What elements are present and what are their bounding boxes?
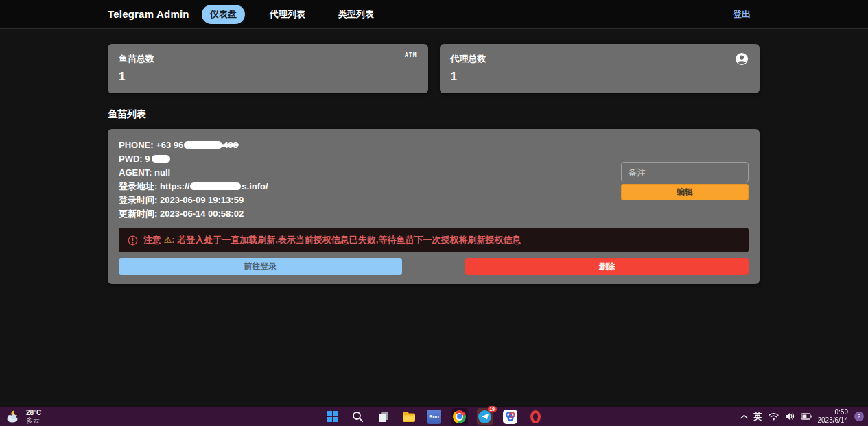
record-actions: 前往登录 删除 bbox=[119, 258, 749, 275]
error-circle-icon bbox=[128, 235, 138, 246]
taskbar-date: 2023/6/14 bbox=[818, 416, 849, 425]
wifi-icon[interactable] bbox=[769, 412, 779, 421]
letsvpn-icon bbox=[503, 410, 517, 424]
task-view-button[interactable] bbox=[375, 408, 392, 425]
tab-dashboard[interactable]: 仪表盘 bbox=[202, 5, 245, 24]
search-button[interactable] bbox=[350, 408, 366, 425]
notification-count-badge[interactable]: 2 bbox=[854, 412, 864, 421]
alert-text: 注意 ⚠: 若登入处于一直加载刷新,表示当前授权信息已失败,等待鱼苗下一次授权将… bbox=[143, 234, 521, 246]
auth-warning-alert: 注意 ⚠: 若登入处于一直加载刷新,表示当前授权信息已失败,等待鱼苗下一次授权将… bbox=[119, 228, 749, 252]
stat-value: 1 bbox=[451, 70, 749, 84]
atm-icon: ATM bbox=[405, 52, 417, 58]
taskbar-time: 0:59 bbox=[818, 408, 849, 416]
stats-row: 鱼苗总数 1 ATM 代理总数 1 bbox=[108, 44, 760, 93]
taskbar-center-icons: Roo 19 bbox=[325, 407, 544, 426]
opera-button[interactable] bbox=[528, 408, 544, 425]
taskbar-clock[interactable]: 0:59 2023/6/14 bbox=[818, 408, 849, 425]
delete-button[interactable]: 删除 bbox=[465, 258, 749, 275]
stat-title: 代理总数 bbox=[451, 53, 749, 65]
folder-icon bbox=[402, 411, 416, 423]
input-language-indicator[interactable]: 英 bbox=[754, 411, 762, 423]
weather-widget[interactable]: 28°C 多云 bbox=[5, 407, 41, 426]
task-view-icon bbox=[377, 410, 390, 423]
record-update-time-line: 更新时间: 2023-06-14 00:58:02 bbox=[119, 207, 749, 221]
start-button[interactable] bbox=[325, 408, 341, 425]
note-input[interactable] bbox=[621, 162, 749, 182]
stat-card-agent-total: 代理总数 1 bbox=[440, 44, 760, 93]
windows-logo-icon bbox=[327, 411, 338, 422]
goto-login-button[interactable]: 前往登录 bbox=[119, 258, 402, 275]
chrome-icon bbox=[453, 410, 466, 423]
note-edit-panel: 编辑 bbox=[621, 162, 749, 200]
search-icon bbox=[352, 411, 364, 423]
stat-value: 1 bbox=[119, 70, 417, 84]
windows-taskbar: 28°C 多云 Roo bbox=[0, 407, 868, 426]
roo-app-button[interactable]: Roo bbox=[426, 408, 443, 425]
pwd-redaction bbox=[152, 155, 170, 163]
tab-type-list[interactable]: 类型列表 bbox=[330, 5, 382, 24]
roo-app-icon: Roo bbox=[427, 410, 441, 424]
opera-icon bbox=[530, 410, 541, 423]
stat-card-fish-total: 鱼苗总数 1 ATM bbox=[108, 44, 428, 93]
volume-icon[interactable] bbox=[785, 412, 795, 421]
warning-icon: ⚠ bbox=[164, 235, 172, 245]
telegram-button[interactable]: 19 bbox=[477, 408, 493, 425]
file-explorer-button[interactable] bbox=[401, 408, 417, 425]
weather-text: 28°C 多云 bbox=[26, 409, 41, 424]
letsvpn-button[interactable] bbox=[502, 408, 519, 425]
account-circle-icon bbox=[735, 52, 749, 69]
top-nav-bar: Telegram Admin 仪表盘 代理列表 类型列表 登出 bbox=[0, 0, 868, 29]
moon-cloud-icon bbox=[5, 410, 22, 423]
battery-icon[interactable] bbox=[801, 413, 812, 420]
stat-title: 鱼苗总数 bbox=[119, 53, 417, 65]
section-title-fish-list: 鱼苗列表 bbox=[108, 108, 760, 121]
tray-chevron-up-icon[interactable] bbox=[740, 414, 748, 419]
edit-button[interactable]: 编辑 bbox=[621, 184, 749, 200]
system-tray: 英 0:59 2023/6/14 2 bbox=[740, 407, 865, 426]
telegram-badge: 19 bbox=[488, 406, 497, 412]
url-redaction bbox=[190, 182, 241, 190]
fish-record-card: PHONE: +63 96498 PWD: 9 AGENT: null 登录地址… bbox=[108, 129, 760, 284]
phone-redaction bbox=[184, 141, 222, 149]
record-phone-line: PHONE: +63 96498 bbox=[119, 139, 749, 152]
logout-link[interactable]: 登出 bbox=[733, 8, 751, 21]
app-title: Telegram Admin bbox=[108, 8, 189, 20]
dashboard-content: 鱼苗总数 1 ATM 代理总数 1 鱼苗列表 PHONE: +63 96498 … bbox=[108, 44, 760, 284]
tab-agent-list[interactable]: 代理列表 bbox=[261, 5, 314, 24]
chrome-button[interactable] bbox=[451, 408, 468, 425]
nav-tabs: 仪表盘 代理列表 类型列表 bbox=[202, 5, 382, 24]
